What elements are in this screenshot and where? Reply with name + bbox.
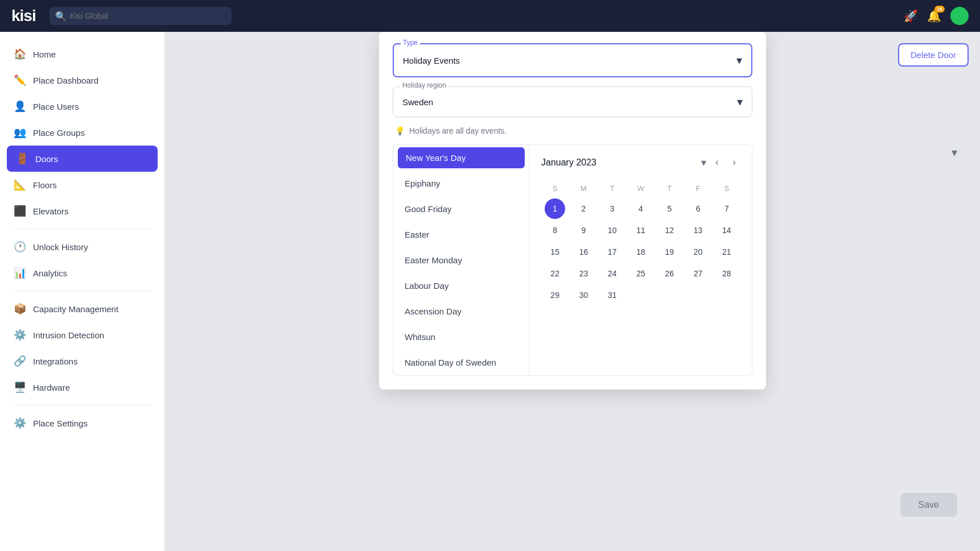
cal-day-10[interactable]: 10 [602,220,623,241]
cal-day-28[interactable]: 28 [717,263,737,284]
sidebar-item-integrations[interactable]: 🔗 Integrations [0,348,164,374]
app-logo: kisi [11,7,36,25]
avatar[interactable] [950,7,969,25]
top-nav: kisi 🔍 🚀 🔔 16 [0,0,980,32]
integrations-icon: 🔗 [14,355,26,367]
cal-day-18[interactable]: 18 [631,242,651,262]
modal-panel: Type Holiday Events ▾ Holiday region Swe… [165,32,980,551]
cal-day-31[interactable]: 31 [602,285,623,305]
main-layout: 🏠 Home ✏️ Place Dashboard 👤 Place Users … [0,0,980,551]
holiday-item-whitsun[interactable]: Whitsun [393,324,529,350]
cal-day-29[interactable]: 29 [545,285,565,305]
sidebar-label-elevators: Elevators [33,206,69,216]
sidebar-label-capacity-management: Capacity Management [33,304,118,314]
cal-day-14[interactable]: 14 [717,220,737,241]
dow-sat: S [713,182,740,197]
dow-mon: M [570,182,597,197]
cal-day-15[interactable]: 15 [545,242,565,262]
sidebar-item-floors[interactable]: 📐 Floors [0,172,164,198]
type-chevron-icon[interactable]: ▾ [736,53,742,67]
cal-empty [688,285,709,305]
cal-day-3[interactable]: 3 [602,198,623,219]
search-input[interactable] [50,7,232,25]
type-field[interactable]: Type Holiday Events ▾ [393,43,752,77]
cal-day-22[interactable]: 22 [545,263,565,284]
sidebar-label-intrusion-detection: Intrusion Detection [33,330,104,340]
cal-day-2[interactable]: 2 [573,198,594,219]
calendar-prev-button[interactable]: ‹ [711,154,723,171]
info-text: Holidays are all day events. [409,126,507,135]
region-chevron-icon[interactable]: ▾ [737,95,743,109]
dow-thu: T [656,182,683,197]
cal-day-5[interactable]: 5 [659,198,680,219]
cal-day-6[interactable]: 6 [688,198,709,219]
sidebar-item-place-settings[interactable]: ⚙️ Place Settings [0,410,164,436]
sidebar-item-elevators[interactable]: ⬛ Elevators [0,198,164,224]
home-icon: 🏠 [14,48,26,60]
cal-day-7[interactable]: 7 [717,198,737,219]
sidebar-item-home[interactable]: 🏠 Home [0,41,164,67]
cal-day-26[interactable]: 26 [659,263,680,284]
cal-day-27[interactable]: 27 [688,263,709,284]
sidebar-item-hardware[interactable]: 🖥️ Hardware [0,374,164,400]
cal-empty [717,285,737,305]
sidebar-item-place-users[interactable]: 👤 Place Users [0,93,164,119]
holiday-item-new-years-day[interactable]: New Year's Day [398,147,525,168]
dow-fri: F [684,182,711,197]
calendar-dropdown-button[interactable]: ▾ [701,156,706,169]
cal-day-20[interactable]: 20 [688,242,709,262]
cal-day-1[interactable]: 1 [545,198,565,219]
holiday-item-easter-monday[interactable]: Easter Monday [393,247,529,273]
elevators-icon: ⬛ [14,205,26,217]
sidebar-item-doors[interactable]: 🚪 Doors [7,146,158,172]
cal-day-12[interactable]: 12 [659,220,680,241]
sidebar-divider-1 [14,229,151,229]
cal-day-24[interactable]: 24 [602,263,623,284]
holiday-item-labour-day[interactable]: Labour Day [393,273,529,299]
holiday-item-national-day-of-sweden[interactable]: National Day of Sweden [393,350,529,375]
notification-bell[interactable]: 🔔 16 [927,9,941,23]
holiday-item-easter[interactable]: Easter [393,222,529,247]
sidebar-item-unlock-history[interactable]: 🕐 Unlock History [0,234,164,260]
sidebar-item-intrusion-detection[interactable]: ⚙️ Intrusion Detection [0,322,164,348]
sidebar-item-place-groups[interactable]: 👥 Place Groups [0,119,164,146]
rocket-button[interactable]: 🚀 [904,9,918,23]
dow-sun: S [541,182,569,197]
cal-day-16[interactable]: 16 [573,242,594,262]
cal-day-17[interactable]: 17 [602,242,623,262]
holiday-item-good-friday[interactable]: Good Friday [393,196,529,222]
users-icon: 👤 [14,100,26,113]
cal-day-21[interactable]: 21 [717,242,737,262]
holiday-region-value-row: Sweden ▾ [402,95,743,109]
calendar-grid: SMTWTFS123456789101112131415161718192021… [541,182,740,305]
cal-day-11[interactable]: 11 [631,220,651,241]
sidebar: 🏠 Home ✏️ Place Dashboard 👤 Place Users … [0,32,165,551]
sidebar-label-hardware: Hardware [33,383,70,392]
sidebar-label-place-groups: Place Groups [33,128,85,138]
cal-day-9[interactable]: 9 [573,220,594,241]
sidebar-label-analytics: Analytics [33,268,67,278]
cal-day-25[interactable]: 25 [631,263,651,284]
main-content: Delete Door ▾ Save Type Holiday Events ▾… [165,32,980,551]
sidebar-item-analytics[interactable]: 📊 Analytics [0,260,164,286]
cal-day-13[interactable]: 13 [688,220,709,241]
sidebar-label-place-dashboard: Place Dashboard [33,76,98,85]
sidebar-item-capacity-management[interactable]: 📦 Capacity Management [0,296,164,322]
cal-empty [631,285,651,305]
holiday-item-ascension-day[interactable]: Ascension Day [393,299,529,324]
nav-right: 🚀 🔔 16 [904,7,969,25]
holiday-region-field[interactable]: Holiday region Sweden ▾ [393,86,752,117]
calendar-next-button[interactable]: › [728,154,740,171]
cal-day-23[interactable]: 23 [573,263,594,284]
modal-content: Type Holiday Events ▾ Holiday region Swe… [379,32,766,390]
cal-empty [659,285,680,305]
cal-day-4[interactable]: 4 [631,198,651,219]
cal-day-19[interactable]: 19 [659,242,680,262]
holiday-item-epiphany[interactable]: Epiphany [393,171,529,196]
sidebar-item-place-dashboard[interactable]: ✏️ Place Dashboard [0,67,164,93]
intrusion-icon: ⚙️ [14,329,26,341]
cal-day-30[interactable]: 30 [573,285,594,305]
dow-tue: T [599,182,626,197]
analytics-icon: 📊 [14,267,26,279]
cal-day-8[interactable]: 8 [545,220,565,241]
